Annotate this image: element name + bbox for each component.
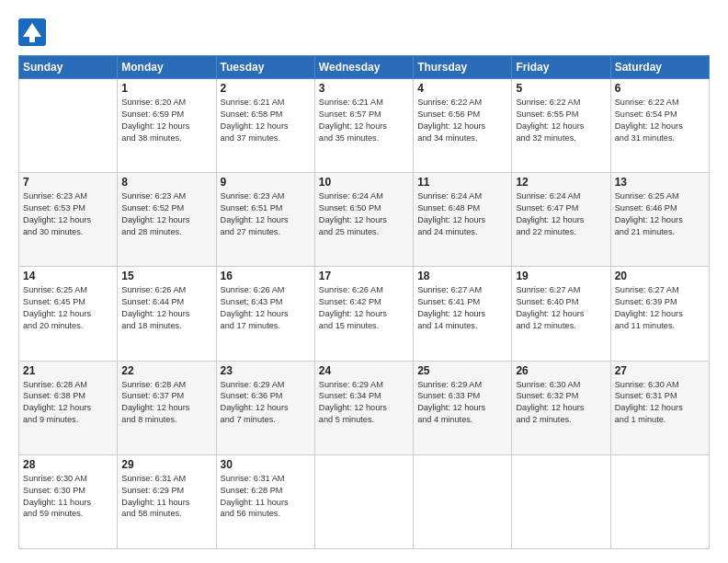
day-number: 8 <box>121 176 211 189</box>
calendar-cell: 26Sunrise: 6:30 AMSunset: 6:32 PMDayligh… <box>512 361 610 454</box>
day-number: 20 <box>615 270 705 282</box>
day-number: 30 <box>221 458 311 471</box>
weekday-header: Monday <box>118 56 216 79</box>
day-info: Sunrise: 6:20 AMSunset: 6:59 PMDaylight:… <box>121 97 211 144</box>
day-number: 5 <box>516 82 606 95</box>
day-number: 26 <box>516 364 606 377</box>
day-info: Sunrise: 6:30 AMSunset: 6:30 PMDaylight:… <box>23 473 113 521</box>
day-number: 19 <box>516 270 606 282</box>
day-info: Sunrise: 6:30 AMSunset: 6:31 PMDaylight:… <box>615 379 705 427</box>
calendar-cell: 12Sunrise: 6:24 AMSunset: 6:47 PMDayligh… <box>512 173 610 267</box>
day-info: Sunrise: 6:27 AMSunset: 6:40 PMDaylight:… <box>516 284 606 332</box>
day-number: 3 <box>319 82 409 95</box>
calendar-cell: 21Sunrise: 6:28 AMSunset: 6:38 PMDayligh… <box>19 361 118 454</box>
day-number: 16 <box>221 270 311 282</box>
calendar-cell: 19Sunrise: 6:27 AMSunset: 6:40 PMDayligh… <box>512 267 610 361</box>
day-info: Sunrise: 6:24 AMSunset: 6:47 PMDaylight:… <box>516 190 606 238</box>
day-number: 12 <box>516 176 606 189</box>
day-info: Sunrise: 6:29 AMSunset: 6:34 PMDaylight:… <box>319 379 409 427</box>
day-number: 17 <box>319 270 409 282</box>
day-info: Sunrise: 6:26 AMSunset: 6:43 PMDaylight:… <box>221 284 311 332</box>
calendar-cell: 5Sunrise: 6:22 AMSunset: 6:55 PMDaylight… <box>512 79 610 173</box>
day-info: Sunrise: 6:29 AMSunset: 6:36 PMDaylight:… <box>221 379 311 427</box>
calendar-week-row: 7Sunrise: 6:23 AMSunset: 6:53 PMDaylight… <box>19 173 710 267</box>
calendar-cell: 3Sunrise: 6:21 AMSunset: 6:57 PMDaylight… <box>314 79 413 173</box>
calendar-cell: 23Sunrise: 6:29 AMSunset: 6:36 PMDayligh… <box>216 361 314 454</box>
day-number: 13 <box>615 176 705 189</box>
calendar-cell: 15Sunrise: 6:26 AMSunset: 6:44 PMDayligh… <box>118 267 216 361</box>
calendar-cell: 11Sunrise: 6:24 AMSunset: 6:48 PMDayligh… <box>414 173 512 267</box>
calendar-week-row: 1Sunrise: 6:20 AMSunset: 6:59 PMDaylight… <box>19 79 710 173</box>
day-info: Sunrise: 6:24 AMSunset: 6:48 PMDaylight:… <box>417 190 507 238</box>
calendar-cell: 29Sunrise: 6:31 AMSunset: 6:29 PMDayligh… <box>118 454 216 548</box>
day-info: Sunrise: 6:25 AMSunset: 6:45 PMDaylight:… <box>23 284 113 332</box>
logo <box>18 18 48 46</box>
day-number: 15 <box>121 270 211 282</box>
calendar-cell: 20Sunrise: 6:27 AMSunset: 6:39 PMDayligh… <box>610 267 709 361</box>
day-number: 10 <box>319 176 409 189</box>
day-info: Sunrise: 6:22 AMSunset: 6:55 PMDaylight:… <box>516 97 606 144</box>
day-number: 27 <box>615 364 705 377</box>
calendar-cell: 16Sunrise: 6:26 AMSunset: 6:43 PMDayligh… <box>216 267 314 361</box>
calendar-cell <box>610 454 709 548</box>
day-info: Sunrise: 6:26 AMSunset: 6:42 PMDaylight:… <box>319 284 409 332</box>
calendar-cell: 4Sunrise: 6:22 AMSunset: 6:56 PMDaylight… <box>414 79 512 173</box>
day-number: 14 <box>23 270 113 282</box>
calendar: SundayMondayTuesdayWednesdayThursdayFrid… <box>18 55 710 549</box>
day-info: Sunrise: 6:26 AMSunset: 6:44 PMDaylight:… <box>121 284 211 332</box>
calendar-cell <box>19 79 118 173</box>
day-info: Sunrise: 6:28 AMSunset: 6:38 PMDaylight:… <box>23 379 113 427</box>
day-info: Sunrise: 6:25 AMSunset: 6:46 PMDaylight:… <box>615 190 705 238</box>
day-info: Sunrise: 6:31 AMSunset: 6:29 PMDaylight:… <box>121 473 211 521</box>
calendar-cell <box>512 454 610 548</box>
day-info: Sunrise: 6:27 AMSunset: 6:39 PMDaylight:… <box>615 284 705 332</box>
day-info: Sunrise: 6:31 AMSunset: 6:28 PMDaylight:… <box>221 473 311 521</box>
day-info: Sunrise: 6:30 AMSunset: 6:32 PMDaylight:… <box>516 379 606 427</box>
weekday-header: Friday <box>512 56 610 79</box>
day-number: 9 <box>221 176 311 189</box>
day-number: 29 <box>121 458 211 471</box>
calendar-cell <box>414 454 512 548</box>
calendar-cell: 7Sunrise: 6:23 AMSunset: 6:53 PMDaylight… <box>19 173 118 267</box>
calendar-cell: 2Sunrise: 6:21 AMSunset: 6:58 PMDaylight… <box>216 79 314 173</box>
svg-rect-2 <box>29 37 35 42</box>
day-number: 11 <box>417 176 507 189</box>
day-info: Sunrise: 6:21 AMSunset: 6:58 PMDaylight:… <box>221 97 311 144</box>
calendar-week-row: 21Sunrise: 6:28 AMSunset: 6:38 PMDayligh… <box>19 361 710 454</box>
calendar-cell: 25Sunrise: 6:29 AMSunset: 6:33 PMDayligh… <box>414 361 512 454</box>
calendar-week-row: 14Sunrise: 6:25 AMSunset: 6:45 PMDayligh… <box>19 267 710 361</box>
day-info: Sunrise: 6:23 AMSunset: 6:51 PMDaylight:… <box>221 190 311 238</box>
calendar-cell: 24Sunrise: 6:29 AMSunset: 6:34 PMDayligh… <box>314 361 413 454</box>
calendar-cell: 30Sunrise: 6:31 AMSunset: 6:28 PMDayligh… <box>216 454 314 548</box>
weekday-header: Saturday <box>610 56 709 79</box>
day-info: Sunrise: 6:23 AMSunset: 6:53 PMDaylight:… <box>23 190 113 238</box>
logo-icon <box>18 18 46 46</box>
calendar-cell: 27Sunrise: 6:30 AMSunset: 6:31 PMDayligh… <box>610 361 709 454</box>
calendar-cell: 28Sunrise: 6:30 AMSunset: 6:30 PMDayligh… <box>19 454 118 548</box>
day-number: 25 <box>417 364 507 377</box>
page: SundayMondayTuesdayWednesdayThursdayFrid… <box>0 0 728 563</box>
calendar-cell: 13Sunrise: 6:25 AMSunset: 6:46 PMDayligh… <box>610 173 709 267</box>
calendar-cell <box>314 454 413 548</box>
calendar-cell: 10Sunrise: 6:24 AMSunset: 6:50 PMDayligh… <box>314 173 413 267</box>
day-info: Sunrise: 6:29 AMSunset: 6:33 PMDaylight:… <box>417 379 507 427</box>
day-info: Sunrise: 6:22 AMSunset: 6:54 PMDaylight:… <box>615 97 705 144</box>
weekday-header: Thursday <box>414 56 512 79</box>
calendar-cell: 8Sunrise: 6:23 AMSunset: 6:52 PMDaylight… <box>118 173 216 267</box>
calendar-cell: 18Sunrise: 6:27 AMSunset: 6:41 PMDayligh… <box>414 267 512 361</box>
day-number: 23 <box>221 364 311 377</box>
day-info: Sunrise: 6:22 AMSunset: 6:56 PMDaylight:… <box>417 97 507 144</box>
day-number: 18 <box>417 270 507 282</box>
header <box>18 14 710 46</box>
weekday-header: Wednesday <box>314 56 413 79</box>
day-info: Sunrise: 6:24 AMSunset: 6:50 PMDaylight:… <box>319 190 409 238</box>
day-number: 21 <box>23 364 113 377</box>
day-info: Sunrise: 6:28 AMSunset: 6:37 PMDaylight:… <box>121 379 211 427</box>
calendar-cell: 9Sunrise: 6:23 AMSunset: 6:51 PMDaylight… <box>216 173 314 267</box>
calendar-cell: 1Sunrise: 6:20 AMSunset: 6:59 PMDaylight… <box>118 79 216 173</box>
calendar-cell: 17Sunrise: 6:26 AMSunset: 6:42 PMDayligh… <box>314 267 413 361</box>
weekday-header: Tuesday <box>216 56 314 79</box>
day-number: 22 <box>121 364 211 377</box>
day-number: 24 <box>319 364 409 377</box>
day-info: Sunrise: 6:21 AMSunset: 6:57 PMDaylight:… <box>319 97 409 144</box>
